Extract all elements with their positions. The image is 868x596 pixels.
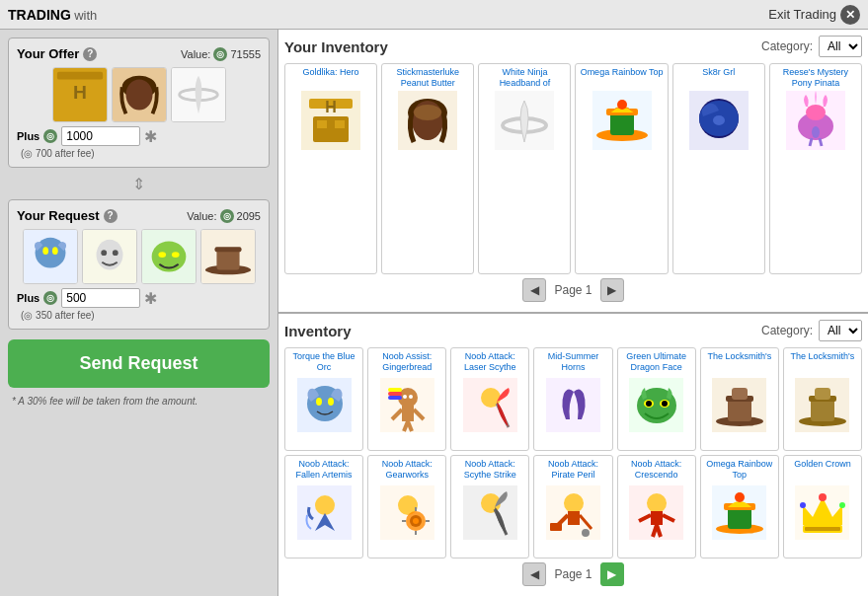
- request-items-row: [17, 229, 261, 284]
- their-inv-item-14[interactable]: Golden Crown: [783, 455, 862, 559]
- your-inv-item-2[interactable]: Stickmasterluke Peanut Butter: [381, 63, 474, 274]
- svg-point-76: [662, 401, 668, 407]
- svg-rect-66: [388, 396, 402, 400]
- their-inv-item-12[interactable]: Noob Attack: Crescendo: [617, 455, 696, 559]
- your-inv-item-4[interactable]: Omega Rainbow Top: [575, 63, 668, 274]
- main-layout: Your Offer ? Value: ◎ 71555 H: [0, 30, 868, 596]
- svg-point-15: [112, 250, 118, 256]
- offer-fee-text: (◎ 700 after fee): [17, 148, 261, 159]
- their-inventory-title: Inventory: [284, 323, 352, 339]
- their-inv-prev-button[interactable]: ◀: [522, 562, 546, 586]
- offer-item-3[interactable]: [171, 67, 226, 122]
- svg-rect-81: [732, 388, 748, 400]
- their-inv-item-6[interactable]: The Locksmith's: [700, 347, 779, 451]
- svg-point-102: [564, 493, 584, 513]
- your-inv-item-1-img: H: [301, 91, 360, 150]
- svg-point-48: [812, 126, 820, 138]
- their-inv-item-7[interactable]: The Locksmith's: [783, 347, 862, 451]
- their-inv-item-11[interactable]: Noob Attack: Pirate Peril: [533, 455, 612, 559]
- svg-line-49: [810, 138, 812, 146]
- request-help-icon[interactable]: ?: [104, 209, 118, 223]
- offer-item-1[interactable]: H: [52, 67, 108, 122]
- their-inv-item-5[interactable]: Green Ultimate Dragon Face: [617, 347, 696, 451]
- their-inv-item-4[interactable]: Mid-Summer Horns: [533, 347, 612, 451]
- svg-point-54: [328, 398, 334, 406]
- send-request-button[interactable]: Send Request: [8, 339, 270, 388]
- svg-rect-29: [335, 120, 345, 128]
- svg-point-123: [800, 502, 806, 508]
- robux-icon-offer: ◎: [213, 47, 227, 61]
- svg-point-14: [101, 250, 107, 256]
- svg-point-93: [413, 518, 419, 524]
- your-inv-prev-button[interactable]: ◀: [522, 278, 546, 302]
- your-inventory-category-row: Category: All: [761, 36, 862, 57]
- right-panel: Your Inventory Category: All Goldlika: H…: [278, 30, 868, 596]
- svg-rect-103: [568, 511, 580, 525]
- their-inventory-pagination: ◀ Page 1 ▶: [284, 559, 862, 590]
- svg-rect-110: [651, 511, 663, 525]
- their-inv-item-2[interactable]: Noob Assist: Gingerbread: [367, 347, 446, 451]
- offer-item-2[interactable]: [112, 67, 167, 122]
- svg-point-5: [125, 80, 152, 111]
- svg-rect-2: [56, 72, 102, 80]
- svg-rect-23: [214, 247, 241, 252]
- your-inv-item-1[interactable]: Goldlika: Hero H: [284, 63, 377, 274]
- your-inv-item-3[interactable]: White Ninja Headband of: [478, 63, 571, 274]
- disclaimer-text: * A 30% fee will be taken from the amoun…: [8, 394, 270, 409]
- your-inv-next-button[interactable]: ▶: [600, 278, 624, 302]
- svg-point-11: [51, 247, 57, 255]
- request-item-3[interactable]: [141, 229, 197, 284]
- request-item-1[interactable]: [23, 229, 78, 284]
- svg-rect-27: [313, 116, 349, 142]
- their-inv-item-9[interactable]: Noob Attack: Gearworks: [367, 455, 446, 559]
- exit-icon: ✕: [840, 5, 860, 25]
- offer-help-icon[interactable]: ?: [83, 47, 97, 61]
- request-star-button[interactable]: ✱: [144, 289, 157, 308]
- svg-rect-125: [805, 527, 840, 531]
- their-inv-item-3[interactable]: Noob Attack: Laser Scythe: [450, 347, 529, 451]
- their-inv-item-13[interactable]: Omega Rainbow Top: [700, 455, 779, 559]
- your-inv-item-2-name: Stickmasterluke Peanut Butter: [385, 67, 470, 91]
- svg-rect-70: [546, 378, 600, 432]
- offer-header: Your Offer ? Value: ◎ 71555: [17, 46, 261, 61]
- your-inventory-category-select[interactable]: All: [819, 36, 862, 57]
- request-plus-row: Plus ◎ ✱: [17, 288, 261, 308]
- svg-point-107: [582, 529, 590, 537]
- svg-point-75: [646, 401, 652, 407]
- offer-title: Your Offer ?: [17, 46, 97, 61]
- their-inv-item-10[interactable]: Noob Attack: Scythe Strike: [450, 455, 529, 559]
- their-inv-next-button[interactable]: ▶: [600, 562, 624, 586]
- their-inventory-category-select[interactable]: All: [819, 320, 862, 341]
- svg-rect-117: [728, 507, 751, 529]
- svg-rect-86: [815, 388, 830, 400]
- your-inv-item-4-name: Omega Rainbow Top: [581, 67, 664, 91]
- your-inv-item-3-img: [495, 91, 554, 150]
- their-inv-item-8[interactable]: Noob Attack: Fallen Artemis: [284, 455, 363, 559]
- your-request-section: Your Request ? Value: ◎ 2095: [8, 199, 270, 330]
- svg-rect-57: [402, 406, 414, 421]
- svg-point-62: [403, 395, 407, 399]
- offer-plus-input[interactable]: [61, 126, 140, 146]
- your-inventory-title: Your Inventory: [284, 38, 388, 55]
- svg-point-124: [839, 502, 845, 508]
- your-inv-item-5-name: Sk8r Grl: [702, 67, 735, 91]
- svg-rect-22: [216, 249, 239, 269]
- their-inventory-header: Inventory Category: All: [284, 320, 862, 341]
- request-item-2[interactable]: [82, 229, 137, 284]
- your-inv-item-4-img: [592, 91, 652, 150]
- svg-point-40: [617, 100, 627, 110]
- your-inv-item-6[interactable]: Reese's Mystery Pony Pinata: [769, 63, 862, 274]
- svg-point-109: [647, 493, 667, 513]
- your-inv-item-5[interactable]: Sk8r Grl: [672, 63, 765, 274]
- svg-point-18: [158, 252, 166, 258]
- their-inv-item-1[interactable]: Torque the Blue Orc: [284, 347, 363, 451]
- offer-plus-row: Plus ◎ ✱: [17, 126, 261, 146]
- exit-trading-button[interactable]: Exit Trading ✕: [768, 5, 860, 25]
- svg-point-47: [806, 105, 826, 120]
- arrow-divider: ⇕: [8, 174, 270, 193]
- svg-point-19: [171, 252, 179, 258]
- request-plus-input[interactable]: [61, 288, 140, 308]
- offer-star-button[interactable]: ✱: [144, 127, 157, 146]
- their-inventory-section: Inventory Category: All Torque the Blue …: [278, 314, 868, 596]
- request-item-4[interactable]: [200, 229, 256, 284]
